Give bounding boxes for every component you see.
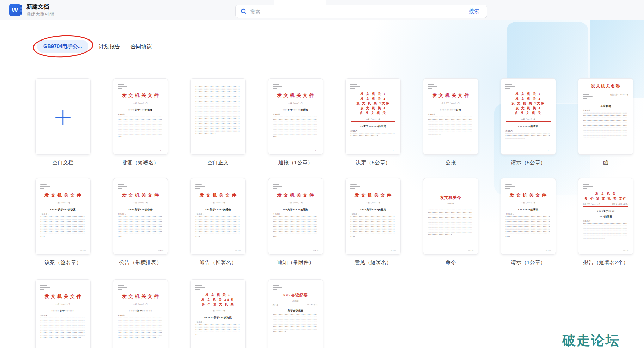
template-card[interactable]: 发 文 机 关 文 件××发〔2022〕×号×××××关于×××的议案主送机关：… bbox=[35, 178, 91, 255]
template-card[interactable]: 发 文 机 关 文 件××发〔2022〕×号××××关于×××的公告主送机关：×… bbox=[113, 178, 168, 255]
doc-body-text: ××××××××××××××××××××××××××××××××××××××××… bbox=[583, 222, 628, 239]
template-cell: 空白文档 bbox=[35, 78, 91, 166]
doc-body-text: ××××××××××××××××××××××××××××××××××××××××… bbox=[195, 85, 241, 135]
logo-edge-decoration bbox=[20, 5, 22, 15]
search-icon bbox=[241, 8, 247, 14]
logo-letter: W bbox=[12, 6, 18, 14]
template-card[interactable]: 发文机关名称机关代字〔20××〕×号正文标题主送机关：×××××××××××××… bbox=[578, 78, 633, 155]
template-card[interactable]: 发文机关令第×××号××××××××××××××××××××××××××××××… bbox=[423, 178, 478, 255]
template-preview: 发 文 机 关 文 件××发〔2022〕×号××××关于×××的批复主送机关：×… bbox=[113, 79, 168, 154]
doc-meta-marks bbox=[118, 285, 163, 290]
plus-icon-area bbox=[40, 83, 86, 151]
doc-issue-number: ××发〔2022〕×号 bbox=[40, 303, 86, 305]
template-card-label: 命令 bbox=[423, 259, 478, 266]
doc-body-text: ××××××××××××××××××××××××××××××××××××××××… bbox=[505, 215, 551, 238]
doc-black-title: ××××××关于×××的决议 bbox=[195, 316, 241, 319]
doc-meta-marks bbox=[428, 84, 473, 89]
template-card[interactable]: 发 文 机 关 文 件××发〔2022〕×号×××关于×××××的通报主送机关：… bbox=[268, 78, 323, 155]
doc-salute-line: 主送机关： bbox=[118, 113, 163, 115]
doc-black-title: ××××关于×××× bbox=[583, 209, 628, 213]
doc-red-title: 发 文 机 关 文 件 bbox=[118, 92, 163, 99]
tab-gb9704[interactable]: GB9704电子公... bbox=[37, 40, 88, 53]
template-card-label: 空白正文 bbox=[190, 159, 246, 166]
template-card[interactable]: 发 文 机 关 文 件××发〔2022〕×号××××××××的请示主送机关：××… bbox=[501, 178, 556, 255]
template-preview: 发文机关名称机关代字〔20××〕×号正文标题主送机关：×××××××××××××… bbox=[578, 79, 633, 154]
doc-salute-line: 主送机关： bbox=[505, 129, 551, 132]
doc-red-org-lines: 发 文 机 关多 个 发 文 机 关 文件 bbox=[583, 191, 628, 201]
template-card[interactable]: 发 文 机 关 1发 文 机 关 2发 文 机 关 3文件发 文 机 关 4多 … bbox=[345, 78, 401, 155]
doc-salute-line: 主送机关： bbox=[583, 109, 628, 111]
tab-plan-report[interactable]: 计划报告 bbox=[99, 40, 120, 53]
template-cell: 发 文 机 关 1发 文 机 关 2文件多 个 发 文 机 关××发〔2022〕… bbox=[190, 279, 246, 348]
template-card[interactable]: 发 文 机 关 文 件××发〔2022〕×号×××关于×××××的通知主送机关：… bbox=[268, 178, 323, 255]
template-card[interactable]: 发 文 机 关 1发 文 机 关 2文件多 个 发 文 机 关××发〔2022〕… bbox=[190, 279, 246, 348]
doc-salute-line: 主送机关： bbox=[350, 129, 396, 132]
doc-issue-number: ××发〔2022〕×号 bbox=[505, 202, 551, 204]
doc-salute-line: 主送机关： bbox=[350, 213, 396, 215]
doc-meta-marks bbox=[118, 84, 163, 89]
template-card[interactable]: 发 文 机 关 文 件××发〔2022〕×号×××××关于××××××主送机关：… bbox=[113, 279, 168, 348]
template-cell: 发 文 机 关 1发 文 机 关 2发 文 机 关 3文件发 文 机 关 4多 … bbox=[345, 78, 401, 166]
template-cell: 发 文 机 关 文 件××发〔2022〕×号××××关于×××的公告主送机关：×… bbox=[113, 178, 168, 266]
template-cell: ×××会议纪要（代拟稿）第××期20××年×月×日关于会议纪要×××××××××… bbox=[268, 279, 323, 348]
template-card[interactable]: 发 文 机 关 文 件××发〔2022〕×号××××关于××××的意见主送机关：… bbox=[345, 178, 401, 255]
template-card-label: 公告（带横排表） bbox=[113, 259, 168, 266]
doc-black-title: ××××××××的请示 bbox=[505, 124, 551, 128]
template-card[interactable]: ××××××××××××××××××××××××××××××××××××××××… bbox=[190, 78, 246, 155]
doc-black-title: ××××关于×××的批复 bbox=[118, 108, 163, 112]
template-card[interactable]: 发 文 机 关多 个 发 文 机 关 文件机关代字〔19××〕×号签发人：姓名1… bbox=[578, 178, 633, 255]
template-card[interactable] bbox=[35, 78, 91, 155]
doc-page-number: — 1 — bbox=[428, 249, 473, 251]
doc-black-title: ××××关于×××的公告 bbox=[118, 208, 163, 212]
doc-red-title: 发文机关名称 bbox=[583, 83, 628, 89]
doc-page-number: — 1 — bbox=[273, 149, 318, 151]
doc-meta-marks bbox=[118, 184, 163, 189]
template-card[interactable]: ×××会议纪要（代拟稿）第××期20××年×月×日关于会议纪要×××××××××… bbox=[268, 279, 323, 348]
doc-body-text: ××××××××××××××××××××××××××××××××××××××××… bbox=[273, 116, 318, 138]
template-preview: 发 文 机 关 文 件机关代字〔2022〕×号××××××××××公报主送机关：… bbox=[423, 79, 478, 154]
doc-red-rule bbox=[583, 151, 628, 151]
doc-body-text: ××××××××××××××××××××××××××××××××××××××××… bbox=[40, 317, 86, 339]
app-header: W 新建文档 新建无限可能 搜索 bbox=[0, 0, 644, 20]
template-card-label: 决定（5公章） bbox=[345, 159, 401, 166]
doc-black-title: ×××××关于×××的议案 bbox=[40, 208, 86, 212]
doc-meta-marks bbox=[195, 285, 241, 290]
doc-meta-marks bbox=[273, 184, 318, 189]
search-bar: 搜索 bbox=[235, 5, 487, 18]
doc-meta-row: 第××期20××年×月×日 bbox=[273, 304, 318, 306]
doc-salute-line: 主送机关： bbox=[195, 213, 241, 215]
doc-issue-number: ××发〔2022〕×号 bbox=[118, 102, 163, 104]
doc-red-title: 发文机关令 bbox=[428, 195, 473, 200]
doc-salute-line: 主送机关： bbox=[273, 113, 318, 115]
template-card[interactable]: 发 文 机 关 文 件××发〔2022〕×号×××××关于××××××主送机关：… bbox=[35, 279, 91, 348]
doc-red-title: ×××会议纪要 bbox=[273, 293, 318, 298]
template-card[interactable]: 发 文 机 关 1发 文 机 关 2发 文 机 关 3文件发 文 机 关 4多 … bbox=[501, 78, 556, 155]
template-preview: ××××××××××××××××××××××××××××××××××××××××… bbox=[191, 79, 245, 154]
doc-salute-line: 主送机关： bbox=[505, 213, 551, 215]
doc-meta-row: 机关代字〔20××〕×号 bbox=[583, 93, 628, 102]
template-card-label: 函 bbox=[578, 159, 633, 166]
template-card-label: 公报 bbox=[423, 159, 478, 166]
template-card[interactable]: 发 文 机 关 文 件××发〔2022〕×号×××关于×××××的通告主送机关：… bbox=[190, 178, 246, 255]
doc-body-text: ××××××××××××××××××××××××××××××××××××××××… bbox=[350, 132, 396, 137]
doc-page-number: — 1 — bbox=[505, 149, 551, 151]
doc-black-title: 关于会议纪要 bbox=[273, 309, 318, 312]
doc-body-text: ××××××××××××××××××××××××××××××××××××××××… bbox=[195, 323, 241, 336]
template-card[interactable]: 发 文 机 关 文 件××发〔2022〕×号××××关于×××的批复主送机关：×… bbox=[113, 78, 168, 155]
tab-contract[interactable]: 合同协议 bbox=[131, 40, 152, 53]
template-card[interactable]: 发 文 机 关 文 件机关代字〔2022〕×号××××××××××公报主送机关：… bbox=[423, 78, 478, 155]
doc-salute-line: 主送机关： bbox=[273, 213, 318, 215]
doc-salute-line: 主送机关： bbox=[195, 321, 241, 323]
doc-meta-marks bbox=[350, 84, 396, 89]
doc-red-org-lines: 发 文 机 关 1发 文 机 关 2发 文 机 关 3文件发 文 机 关 4多 … bbox=[505, 92, 551, 116]
word-app-icon: W bbox=[9, 4, 20, 16]
doc-black-title: ×××关于×××××的通知 bbox=[273, 208, 318, 212]
template-category-tabs: GB9704电子公... 计划报告 合同协议 bbox=[37, 40, 152, 53]
doc-red-rule bbox=[196, 205, 240, 205]
template-preview: 发 文 机 关 1发 文 机 关 2发 文 机 关 3文件发 文 机 关 4多 … bbox=[501, 79, 556, 154]
template-card-label: 通知（带附件） bbox=[268, 259, 323, 266]
doc-black-title: ××××××××的请示 bbox=[505, 208, 551, 212]
template-card-label: 空白文档 bbox=[35, 159, 91, 166]
doc-red-title: 发 文 机 关 文 件 bbox=[350, 192, 396, 199]
search-button[interactable]: 搜索 bbox=[461, 5, 487, 18]
